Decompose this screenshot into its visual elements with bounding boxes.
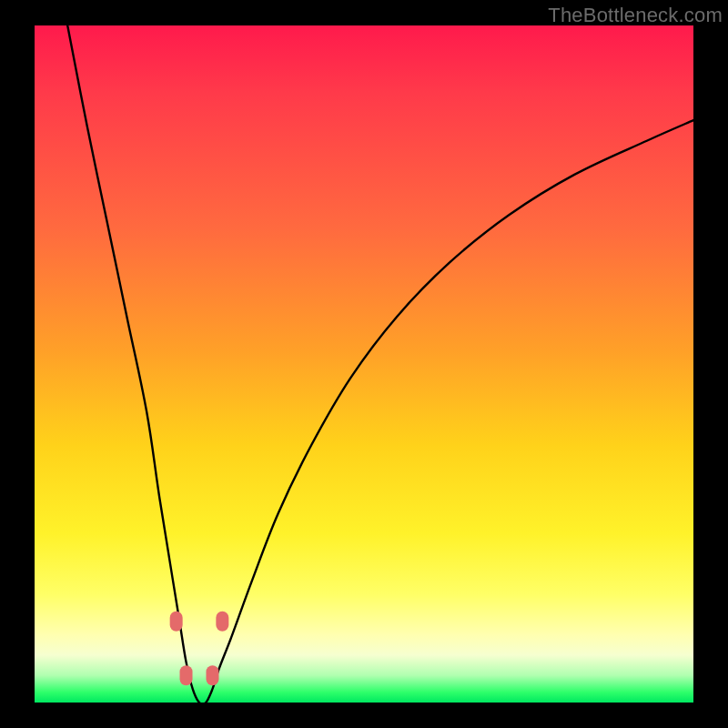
bottleneck-curve xyxy=(67,25,693,704)
chart-frame: TheBottleneck.com xyxy=(0,0,728,728)
chart-svg xyxy=(35,25,693,703)
curve-marker xyxy=(206,665,218,685)
curve-markers xyxy=(170,612,229,686)
watermark-text: TheBottleneck.com xyxy=(548,4,723,27)
curve-marker xyxy=(170,612,183,632)
chart-plot-area xyxy=(35,25,693,703)
curve-marker xyxy=(180,665,193,685)
curve-marker xyxy=(216,612,228,632)
curve-path xyxy=(67,25,693,704)
